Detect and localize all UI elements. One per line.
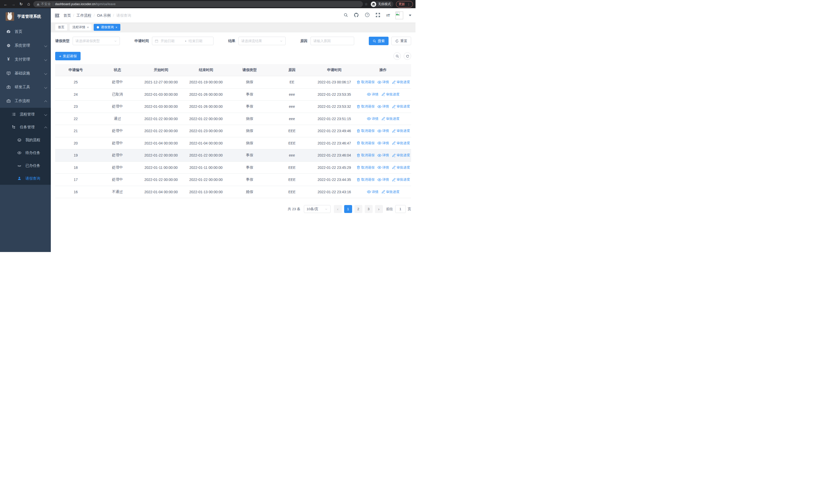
sidebar-item-home[interactable]: 首页: [0, 25, 51, 38]
bookmark-star-icon[interactable]: ☆: [365, 2, 368, 6]
help-icon[interactable]: ?: [365, 12, 370, 19]
github-icon[interactable]: [354, 12, 359, 19]
detail-action-link[interactable]: 详情: [377, 153, 389, 157]
close-icon[interactable]: ×: [115, 26, 117, 29]
progress-action-link[interactable]: 审批进度: [392, 153, 410, 157]
sidebar-item-leave-query[interactable]: 请假查询: [0, 172, 51, 185]
breadcrumb-item[interactable]: OA 示例: [97, 13, 111, 18]
cancel-action-link[interactable]: 取消请假: [356, 177, 375, 182]
progress-action-link[interactable]: 审批进度: [392, 128, 410, 133]
table-row[interactable]: 24 已取消 2022-01-03 00:00:00 2022-01-26 00…: [55, 89, 411, 101]
sidebar-item-workflow[interactable]: 工作流程: [0, 94, 51, 108]
close-icon[interactable]: ×: [87, 26, 89, 29]
page-unit-label: 页: [408, 207, 411, 211]
column-header: 状态: [96, 68, 139, 72]
cancel-action-link[interactable]: 取消请假: [356, 104, 375, 109]
progress-action-link[interactable]: 审批进度: [392, 165, 410, 170]
avatar[interactable]: [396, 11, 403, 19]
trash-icon: [356, 80, 361, 84]
detail-action-link[interactable]: 详情: [377, 177, 389, 182]
search-icon[interactable]: [344, 13, 348, 18]
breadcrumb-item[interactable]: 首页: [63, 13, 71, 18]
cancel-action-link[interactable]: 取消请假: [356, 128, 375, 133]
security-indicator[interactable]: 不安全: [36, 2, 51, 6]
browser-forward-button[interactable]: →: [10, 1, 17, 7]
trash-icon: [356, 141, 361, 145]
detail-action-link[interactable]: 详情: [377, 141, 389, 146]
detail-action-link[interactable]: 详情: [377, 128, 389, 133]
table-row[interactable]: 21 处理中 2022-01-22 00:00:00 2022-01-23 00…: [55, 125, 411, 137]
detail-action-link[interactable]: 详情: [377, 165, 389, 170]
goto-page-input[interactable]: 1: [395, 205, 406, 213]
table-refresh-button[interactable]: [404, 52, 411, 60]
sidebar-item-pay[interactable]: ¥支付管理: [0, 52, 51, 66]
progress-action-link[interactable]: 审批进度: [392, 80, 410, 84]
detail-action-link[interactable]: 详情: [377, 104, 389, 109]
cell-start-time: 2021-12-27 00:00:00: [139, 80, 183, 84]
progress-action-link[interactable]: 审批进度: [381, 117, 400, 121]
next-page-button[interactable]: ›: [375, 205, 383, 213]
page-button-1[interactable]: 1: [344, 205, 352, 213]
avatar-caret-icon[interactable]: [409, 14, 411, 18]
browser-reload-button[interactable]: ↻: [18, 1, 24, 7]
result-select[interactable]: 请选择流结果: [238, 37, 286, 45]
sidebar-collapse-icon[interactable]: [54, 13, 60, 18]
progress-action-link[interactable]: 审批进度: [381, 92, 400, 97]
progress-action-link[interactable]: 审批进度: [381, 190, 400, 194]
cancel-action-link[interactable]: 取消请假: [356, 153, 375, 157]
table-row[interactable]: 16 不通过 2022-01-04 00:00:00 2022-01-13 00…: [55, 186, 411, 198]
cancel-action-link[interactable]: 取消请假: [356, 141, 375, 146]
table-row[interactable]: 23 处理中 2022-01-03 00:00:00 2022-01-26 00…: [55, 100, 411, 113]
fullscreen-icon[interactable]: [375, 12, 380, 19]
sidebar-item-infra[interactable]: 基础设施: [0, 66, 51, 80]
table-search-button[interactable]: [394, 52, 401, 60]
search-button[interactable]: 搜索: [369, 37, 389, 45]
page-size-select[interactable]: 10条/页: [304, 205, 331, 213]
progress-action-link[interactable]: 审批进度: [392, 141, 410, 146]
table-row[interactable]: 20 处理中 2022-01-04 00:00:00 2022-01-04 00…: [55, 137, 411, 150]
progress-action-link[interactable]: 审批进度: [392, 104, 410, 109]
table-row[interactable]: 22 通过 2022-01-22 00:00:00 2022-01-22 00:…: [55, 113, 411, 125]
eye-off-icon: [17, 164, 22, 168]
sidebar-item-process-mgmt[interactable]: 流程管理: [0, 108, 51, 121]
cell-start-time: 2022-01-03 00:00:00: [139, 105, 183, 109]
detail-action-link[interactable]: 详情: [377, 80, 389, 84]
cancel-action-link[interactable]: 取消请假: [356, 80, 375, 84]
apply-time-range-picker[interactable]: 开始日期 - 结束日期: [152, 37, 213, 45]
reason-input[interactable]: 请输入原因: [311, 37, 354, 45]
table-row[interactable]: 25 处理中 2021-12-27 00:00:00 2022-01-19 00…: [55, 76, 411, 89]
sidebar-item-devtools[interactable]: 研发工具: [0, 80, 51, 94]
table-row[interactable]: 18 处理中 2022-01-11 00:00:00 2022-01-11 00…: [55, 162, 411, 174]
sidebar-item-system[interactable]: 系统管理: [0, 38, 51, 52]
detail-action-link[interactable]: 详情: [367, 92, 378, 97]
browser-back-button[interactable]: ←: [3, 1, 9, 7]
sidebar-item-task-mgmt[interactable]: 任务管理: [0, 121, 51, 134]
detail-action-link[interactable]: 详情: [367, 117, 378, 121]
table-row[interactable]: 17 处理中 2022-01-22 00:00:00 2022-01-22 00…: [55, 174, 411, 186]
page-button-2[interactable]: 2: [354, 205, 362, 213]
address-bar[interactable]: 不安全 dashboard.yudao.iocoder.cn/bpm/oa/le…: [33, 1, 363, 7]
sidebar-item-done-task[interactable]: 已办任务: [0, 159, 51, 172]
tag-tab-2[interactable]: 请假查询 ×: [94, 24, 120, 31]
tag-tab-1[interactable]: 流程详情 ×: [69, 24, 92, 31]
font-size-icon[interactable]: ᴛT: [386, 13, 390, 18]
table-row[interactable]: 19 处理中 2022-01-22 00:00:00 2022-01-22 00…: [55, 149, 411, 162]
browser-update-button[interactable]: 更新 ⋮: [396, 1, 413, 7]
progress-action-link[interactable]: 审批进度: [392, 177, 410, 182]
sidebar-item-todo-task[interactable]: 待办任务: [0, 146, 51, 159]
create-leave-button[interactable]: + 发起请假: [55, 52, 81, 60]
browser-home-button[interactable]: ⌂: [26, 1, 32, 7]
page-button-3[interactable]: 3: [365, 205, 373, 213]
cancel-action-link[interactable]: 取消请假: [356, 165, 375, 170]
trash-icon: [356, 129, 361, 133]
browser-menu-icon[interactable]: ⋮: [407, 2, 410, 6]
leave-type-select[interactable]: 请选择请假类型: [73, 37, 120, 45]
reset-button[interactable]: 重置: [391, 37, 411, 45]
breadcrumb-item[interactable]: 工作流程: [77, 13, 91, 18]
refresh-icon: [395, 39, 399, 43]
sidebar-item-my-process[interactable]: 我的流程: [0, 134, 51, 146]
cell-end-time: 2022-01-26 00:00:00: [183, 92, 228, 96]
prev-page-button[interactable]: ‹: [334, 205, 342, 213]
detail-action-link[interactable]: 详情: [367, 190, 378, 194]
tag-tab-0[interactable]: 首页: [55, 24, 67, 31]
